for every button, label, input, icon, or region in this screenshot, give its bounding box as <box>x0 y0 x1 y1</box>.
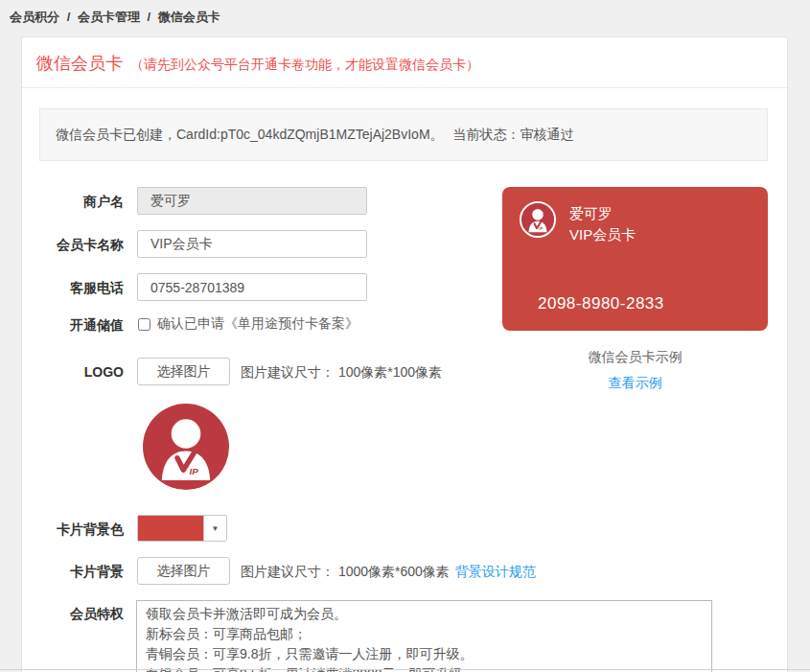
panel-header: 微信会员卡（请先到公众号平台开通卡卷功能，才能设置微信会员卡） <box>22 37 787 88</box>
bg-design-spec-link[interactable]: 背景设计规范 <box>455 564 536 579</box>
card-status-notice: 微信会员卡已创建，CardId:pT0c_04kdZQmjB1MZTejAj2B… <box>39 108 768 161</box>
svg-text:IP: IP <box>190 466 199 476</box>
color-swatch-red[interactable] <box>138 516 203 541</box>
merchant-name-label: 商户名 <box>22 194 124 211</box>
breadcrumb-separator: / <box>67 10 71 24</box>
card-example-caption: 微信会员卡示例 <box>502 349 768 366</box>
breadcrumb-separator: / <box>148 10 151 24</box>
privileges-textarea[interactable]: 领取会员卡并激活即可成为会员。 新标会员：可享商品包邮； 青铜会员：可享9.8折… <box>136 600 712 672</box>
card-name-label: 会员卡名称 <box>22 237 124 254</box>
bg-size-hint-text: 图片建议尺寸： 1000像素*600像素 <box>241 564 450 579</box>
card-number: 2098-8980-2833 <box>538 294 664 313</box>
logo-size-hint: 图片建议尺寸： 100像素*100像素 <box>241 364 442 382</box>
card-name-input[interactable] <box>137 230 367 258</box>
member-card-preview: IP 爱可罗 VIP会员卡 2098-8980-2833 <box>502 187 768 331</box>
stored-value-checkbox[interactable] <box>138 318 150 331</box>
viewport-bottom-edge <box>0 669 810 670</box>
card-merchant-name: 爱可罗 <box>569 203 636 224</box>
logo-preview-image: IP <box>143 404 229 490</box>
card-name: VIP会员卡 <box>569 224 636 245</box>
stored-value-label: 开通储值 <box>22 317 124 335</box>
card-bg-image-label: 卡片背景 <box>22 564 124 581</box>
card-avatar: IP <box>520 201 556 238</box>
logo-label: LOGO <box>22 364 124 380</box>
breadcrumb-wechat-card[interactable]: 微信会员卡 <box>158 10 220 24</box>
breadcrumb-member-points[interactable]: 会员积分 <box>10 10 59 24</box>
breadcrumb-card-management[interactable]: 会员卡管理 <box>78 10 140 24</box>
stored-value-checkbox-text: 确认已申请《单用途预付卡备案》 <box>157 315 359 333</box>
card-bg-color-label: 卡片背景色 <box>22 521 124 539</box>
service-phone-input[interactable] <box>137 273 367 301</box>
chevron-down-icon[interactable]: ▼ <box>203 516 226 541</box>
page-title-note: （请先到公众号平台开通卡卷功能，才能设置微信会员卡） <box>130 57 479 72</box>
notice-message: 微信会员卡已创建，CardId:pT0c_04kdZQmjB1MZTejAj2B… <box>56 127 444 144</box>
content-panel: 微信会员卡（请先到公众号平台开通卡卷功能，才能设置微信会员卡） 微信会员卡已创建… <box>21 36 788 672</box>
svg-text:IP: IP <box>539 227 543 231</box>
stored-value-row: 确认已申请《单用途预付卡备案》 <box>137 315 359 333</box>
breadcrumb: 会员积分 / 会员卡管理 / 微信会员卡 <box>10 9 220 26</box>
service-phone-label: 客服电话 <box>22 280 124 297</box>
bg-choose-image-button[interactable]: 选择图片 <box>137 557 230 585</box>
merchant-name-input[interactable] <box>137 187 367 215</box>
view-example-link[interactable]: 查看示例 <box>502 375 768 392</box>
vip-person-icon: IP <box>521 203 554 236</box>
card-bg-color-dropdown[interactable]: ▼ <box>137 515 227 542</box>
privileges-label: 会员特权 <box>22 606 124 623</box>
vip-person-icon: IP <box>143 404 229 490</box>
bg-size-hint: 图片建议尺寸： 1000像素*600像素背景设计规范 <box>241 564 536 581</box>
notice-status: 当前状态：审核通过 <box>453 127 574 144</box>
card-title-block: 爱可罗 VIP会员卡 <box>569 203 636 245</box>
logo-choose-image-button[interactable]: 选择图片 <box>137 358 230 385</box>
wechat-member-card-page: 会员积分 / 会员卡管理 / 微信会员卡 微信会员卡（请先到公众号平台开通卡卷功… <box>0 0 810 672</box>
page-title: 微信会员卡 <box>36 54 123 73</box>
